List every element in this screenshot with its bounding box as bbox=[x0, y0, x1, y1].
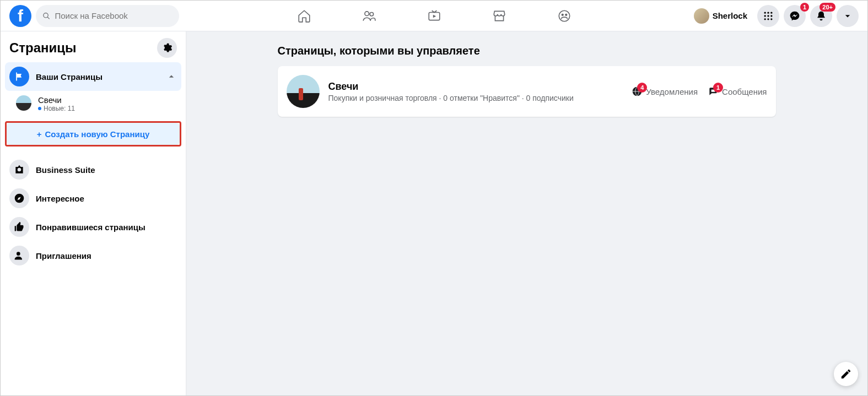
sidebar-item-liked-pages[interactable]: Понравившиеся страницы bbox=[5, 213, 181, 241]
svg-point-11 bbox=[764, 15, 766, 17]
person-add-icon bbox=[9, 246, 29, 265]
svg-point-2 bbox=[364, 11, 369, 15]
home-icon bbox=[297, 9, 311, 23]
top-header: f Sherlock 1 20+ bbox=[1, 1, 867, 31]
sidebar-title: Страницы bbox=[9, 40, 77, 56]
notifications-badge: 20+ bbox=[820, 3, 835, 12]
profile-name: Sherlock bbox=[713, 11, 747, 20]
svg-point-15 bbox=[767, 18, 769, 20]
search-box[interactable] bbox=[36, 5, 179, 27]
card-title: Свечи bbox=[328, 81, 623, 93]
main-inner: Страницы, которыми вы управляете Свечи П… bbox=[269, 45, 785, 117]
business-suite-icon bbox=[9, 160, 29, 180]
card-messages-label: Сообщения bbox=[722, 87, 767, 96]
sidebar-item-invites[interactable]: Приглашения bbox=[5, 241, 181, 270]
search-icon bbox=[42, 12, 50, 20]
header-left: f bbox=[9, 5, 179, 27]
svg-point-16 bbox=[770, 18, 772, 20]
nav-friends[interactable] bbox=[339, 3, 400, 29]
card-actions: 4 Уведомления 1 Сообщения bbox=[632, 86, 767, 97]
page-meta-text: Новые: 11 bbox=[44, 105, 75, 112]
main-title: Страницы, которыми вы управляете bbox=[278, 45, 776, 57]
card-notifications-label: Уведомления bbox=[646, 87, 698, 96]
sidebar: Страницы Ваши Страницы Свечи Новые: 11 +… bbox=[1, 31, 186, 395]
svg-point-9 bbox=[767, 12, 769, 13]
svg-point-8 bbox=[764, 12, 766, 13]
sidebar-item-interesting[interactable]: Интересное bbox=[5, 184, 181, 213]
gear-icon bbox=[161, 42, 172, 53]
sidebar-item-label: Business Suite bbox=[36, 165, 177, 175]
caret-down-icon bbox=[842, 10, 853, 21]
page-avatar bbox=[16, 95, 31, 111]
card-body: Свечи Покупки и розничная торговля · 0 о… bbox=[328, 81, 623, 102]
svg-point-12 bbox=[767, 15, 769, 17]
header-right: Sherlock 1 20+ bbox=[692, 5, 859, 27]
nav-watch[interactable] bbox=[404, 3, 465, 29]
sidebar-header: Страницы bbox=[5, 38, 181, 62]
blue-dot-icon bbox=[38, 107, 41, 110]
sidebar-item-label: Интересное bbox=[36, 194, 177, 203]
svg-point-5 bbox=[559, 10, 570, 21]
edit-icon bbox=[840, 368, 852, 380]
friends-icon bbox=[362, 9, 376, 23]
svg-point-14 bbox=[764, 18, 766, 20]
marketplace-icon bbox=[492, 9, 506, 23]
flag-icon bbox=[9, 67, 29, 86]
plus-icon: + bbox=[37, 129, 42, 139]
card-avatar bbox=[287, 75, 320, 108]
page-meta: Новые: 11 bbox=[38, 105, 75, 112]
groups-icon bbox=[557, 9, 572, 23]
avatar bbox=[694, 8, 709, 24]
sidebar-item-your-pages[interactable]: Ваши Страницы bbox=[5, 62, 181, 91]
account-button[interactable] bbox=[837, 5, 859, 27]
svg-point-10 bbox=[770, 12, 772, 13]
bell-icon bbox=[816, 10, 827, 21]
svg-point-18 bbox=[17, 252, 20, 256]
messenger-badge: 1 bbox=[800, 3, 809, 12]
compose-fab[interactable] bbox=[834, 362, 858, 386]
svg-line-1 bbox=[47, 17, 50, 19]
create-page-label: Создать новую Страницу bbox=[45, 129, 149, 139]
thumbs-up-icon bbox=[9, 217, 29, 237]
page-card[interactable]: Свечи Покупки и розничная торговля · 0 о… bbox=[278, 66, 776, 117]
main: Страницы, которыми вы управляете Свечи П… bbox=[186, 31, 867, 117]
nav-groups[interactable] bbox=[534, 3, 595, 29]
settings-button[interactable] bbox=[157, 38, 177, 58]
search-input[interactable] bbox=[55, 11, 172, 20]
svg-point-0 bbox=[44, 13, 48, 17]
svg-point-7 bbox=[565, 13, 567, 15]
facebook-logo[interactable]: f bbox=[9, 5, 31, 27]
nav-home[interactable] bbox=[274, 3, 335, 29]
card-notifications[interactable]: 4 Уведомления bbox=[632, 86, 698, 97]
page-name: Свечи bbox=[38, 95, 75, 105]
grid-icon bbox=[763, 10, 774, 21]
profile-chip[interactable]: Sherlock bbox=[692, 6, 753, 26]
header-center-nav bbox=[274, 3, 595, 29]
chevron-up-icon bbox=[166, 71, 177, 82]
card-messages[interactable]: 1 Сообщения bbox=[708, 86, 767, 97]
messenger-button[interactable]: 1 bbox=[784, 5, 806, 27]
sidebar-page-item[interactable]: Свечи Новые: 11 bbox=[5, 91, 181, 117]
menu-button[interactable] bbox=[757, 5, 779, 27]
svg-point-6 bbox=[561, 13, 563, 15]
card-subtitle: Покупки и розничная торговля · 0 отметки… bbox=[328, 94, 623, 102]
notifications-button[interactable]: 20+ bbox=[810, 5, 832, 27]
sidebar-item-business-suite[interactable]: Business Suite bbox=[5, 155, 181, 184]
compass-icon bbox=[9, 188, 29, 208]
messenger-icon bbox=[789, 10, 800, 21]
sidebar-item-label: Понравившиеся страницы bbox=[36, 223, 177, 232]
sidebar-item-label: Приглашения bbox=[36, 251, 177, 261]
watch-icon bbox=[427, 9, 441, 23]
create-page-button[interactable]: + Создать новую Страницу bbox=[7, 123, 180, 145]
svg-point-3 bbox=[370, 12, 374, 16]
nav-marketplace[interactable] bbox=[469, 3, 530, 29]
page-info: Свечи Новые: 11 bbox=[38, 95, 75, 112]
sidebar-item-label: Ваши Страницы bbox=[36, 72, 159, 82]
svg-point-13 bbox=[770, 15, 772, 17]
create-page-highlight: + Создать новую Страницу bbox=[5, 121, 181, 147]
messages-count-badge: 1 bbox=[713, 83, 723, 93]
